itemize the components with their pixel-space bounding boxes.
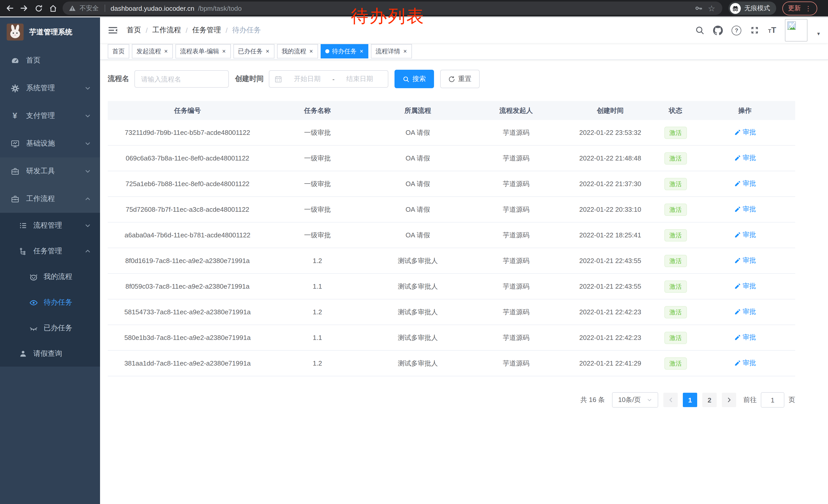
home-icon[interactable] bbox=[48, 4, 57, 13]
screen: 不安全 dashboard.yudao.iocoder.cn/bpm/task/… bbox=[0, 0, 828, 504]
goto-label: 前往 bbox=[743, 395, 757, 405]
sidebar-item-task-mgmt[interactable]: 任务管理 bbox=[0, 238, 100, 264]
sidebar-item-label: 工作流程 bbox=[26, 194, 55, 203]
chevron-left-icon bbox=[668, 397, 673, 403]
sidebar-item-process-mgmt[interactable]: 流程管理 bbox=[0, 213, 100, 238]
search-button[interactable]: 搜索 bbox=[395, 70, 434, 88]
user-icon bbox=[18, 350, 28, 358]
col-process: 所属流程 bbox=[368, 101, 468, 120]
help-icon[interactable]: ? bbox=[732, 26, 741, 35]
chevron-right-icon bbox=[727, 397, 731, 403]
approve-button[interactable]: 审批 bbox=[734, 179, 756, 188]
tag-my-process[interactable]: 我的流程 × bbox=[277, 44, 318, 58]
page-2-button[interactable]: 2 bbox=[702, 393, 717, 407]
breadcrumb-task-mgmt[interactable]: 任务管理 bbox=[192, 26, 221, 35]
sidebar-item-workflow[interactable]: 工作流程 bbox=[0, 185, 100, 213]
tag-form-edit[interactable]: 流程表单-编辑 × bbox=[175, 44, 231, 58]
annotation-text: 待办列表 bbox=[351, 5, 425, 28]
close-icon[interactable]: × bbox=[359, 48, 364, 54]
hamburger-icon[interactable] bbox=[108, 25, 118, 35]
table-header-row: 任务编号 任务名称 所属流程 流程发起人 创建时间 状态 操作 bbox=[108, 101, 795, 120]
table-row: 8f059c03-7ac8-11ec-a9e2-a2380e71991a 1.1… bbox=[108, 274, 795, 299]
back-icon[interactable] bbox=[5, 4, 14, 13]
approve-button[interactable]: 审批 bbox=[734, 333, 756, 342]
approve-button[interactable]: 审批 bbox=[734, 359, 756, 368]
start-date-placeholder[interactable]: 开始日期 bbox=[284, 74, 330, 84]
search-icon[interactable] bbox=[695, 26, 704, 35]
sidebar-item-home[interactable]: 首页 bbox=[0, 47, 100, 74]
approve-button[interactable]: 审批 bbox=[734, 307, 756, 317]
reload-icon[interactable] bbox=[34, 4, 43, 13]
chevron-down-icon bbox=[85, 168, 91, 174]
approve-button[interactable]: 审批 bbox=[734, 256, 756, 265]
reset-button[interactable]: 重置 bbox=[440, 70, 480, 88]
tag-todo-tasks[interactable]: 待办任务 × bbox=[321, 44, 368, 58]
tag-home[interactable]: 首页 bbox=[108, 44, 129, 58]
prev-page-button[interactable] bbox=[663, 393, 678, 407]
next-page-button[interactable] bbox=[722, 393, 736, 407]
edit-icon bbox=[734, 206, 741, 213]
status-badge: 激活 bbox=[664, 280, 687, 292]
table-row: 75d72608-7b7f-11ec-a3c8-acde48001122 一级审… bbox=[108, 197, 795, 222]
security-label[interactable]: 不安全 bbox=[80, 4, 99, 12]
close-icon[interactable]: × bbox=[265, 48, 270, 54]
page-size-select[interactable]: 10条/页 bbox=[612, 392, 658, 408]
key-icon[interactable] bbox=[694, 4, 703, 13]
sidebar-item-leave-query[interactable]: 请假查询 bbox=[0, 341, 100, 367]
table-row: 725a1eb6-7b88-11ec-8ef0-acde48001122 一级审… bbox=[108, 171, 795, 197]
date-range-picker[interactable]: 开始日期 - 结束日期 bbox=[269, 70, 388, 88]
breadcrumb-home[interactable]: 首页 bbox=[127, 26, 141, 35]
tag-done-tasks[interactable]: 已办任务 × bbox=[234, 44, 275, 58]
tag-process-detail[interactable]: 流程详情 × bbox=[371, 44, 412, 58]
approve-button[interactable]: 审批 bbox=[734, 205, 756, 214]
update-button[interactable]: 更新 ⋮ bbox=[782, 1, 817, 15]
app-logo-row[interactable]: 芋道管理系统 bbox=[0, 17, 100, 47]
close-icon[interactable]: × bbox=[403, 48, 407, 54]
sidebar-item-devtools[interactable]: 研发工具 bbox=[0, 157, 100, 185]
update-label: 更新 bbox=[788, 4, 801, 12]
sidebar-item-system[interactable]: 系统管理 bbox=[0, 74, 100, 102]
process-name-label: 流程名 bbox=[108, 74, 129, 84]
sidebar-item-label: 待办任务 bbox=[44, 298, 72, 307]
sidebar-item-todo-tasks[interactable]: 待办任务 bbox=[0, 290, 100, 315]
yen-icon: ¥ bbox=[10, 112, 19, 120]
font-size-icon[interactable]: TT bbox=[768, 26, 776, 35]
url-host[interactable]: dashboard.yudao.iocoder.cn bbox=[111, 4, 195, 12]
avatar[interactable] bbox=[785, 19, 808, 42]
tags-view: 首页 发起流程 × 流程表单-编辑 × 已办任务 × 我的流程 × bbox=[100, 43, 828, 60]
end-date-placeholder[interactable]: 结束日期 bbox=[336, 74, 383, 84]
fullscreen-icon[interactable] bbox=[750, 26, 759, 35]
sidebar-item-my-process[interactable]: 我的流程 bbox=[0, 264, 100, 290]
close-icon[interactable]: × bbox=[222, 48, 226, 54]
bookmark-star-icon[interactable]: ☆ bbox=[707, 4, 716, 13]
process-name-input[interactable] bbox=[134, 70, 229, 88]
close-icon[interactable]: × bbox=[164, 48, 168, 54]
status-badge: 激活 bbox=[664, 331, 687, 344]
sidebar-item-done-tasks[interactable]: 已办任务 bbox=[0, 315, 100, 341]
forward-icon[interactable] bbox=[19, 4, 29, 13]
sidebar-item-label: 请假查询 bbox=[33, 349, 62, 358]
sidebar-item-label: 研发工具 bbox=[26, 167, 55, 176]
sidebar-item-infra[interactable]: 基础设施 bbox=[0, 130, 100, 157]
list-icon bbox=[18, 222, 28, 230]
approve-button[interactable]: 审批 bbox=[734, 153, 756, 163]
approve-button[interactable]: 审批 bbox=[734, 282, 756, 291]
eye-closed-icon bbox=[29, 324, 38, 332]
breadcrumb-current: 待办任务 bbox=[232, 26, 261, 35]
url-divider bbox=[105, 5, 105, 12]
sidebar-item-payment[interactable]: ¥ 支付管理 bbox=[0, 102, 100, 130]
avatar-caret-icon[interactable]: ▼ bbox=[816, 31, 821, 36]
github-icon[interactable] bbox=[713, 26, 723, 35]
browser-menu-icon[interactable]: ⋮ bbox=[805, 4, 812, 12]
goto-page-input[interactable] bbox=[761, 392, 784, 408]
chevron-down-icon bbox=[85, 223, 91, 229]
page-1-button[interactable]: 1 bbox=[683, 393, 697, 407]
breadcrumb-workflow[interactable]: 工作流程 bbox=[152, 26, 181, 35]
table-row: 069c6a63-7b8a-11ec-8ef0-acde48001122 一级审… bbox=[108, 145, 795, 171]
approve-button[interactable]: 审批 bbox=[734, 128, 756, 137]
col-actions: 操作 bbox=[695, 101, 795, 120]
tag-start-process[interactable]: 发起流程 × bbox=[132, 44, 173, 58]
close-icon[interactable]: × bbox=[309, 48, 314, 54]
edit-icon bbox=[734, 232, 741, 238]
approve-button[interactable]: 审批 bbox=[734, 230, 756, 240]
